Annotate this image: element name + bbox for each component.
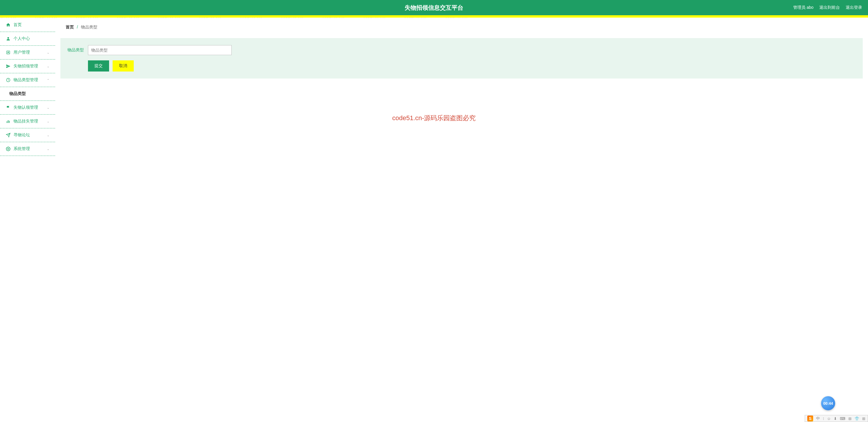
chart-icon [6,119,10,124]
chevron-up-icon: ⌃ [47,78,49,82]
ime-emoji-icon[interactable]: ☺ [827,416,831,421]
paper-plane-icon [6,64,10,69]
header-actions: 管理员 abo 退出到前台 退出登录 [793,5,862,10]
chevron-down-icon: ⌄ [47,65,49,68]
sidebar-item-label: 物品类型管理 [13,77,38,83]
breadcrumb: 首页 / 物品类型 [60,20,863,35]
sidebar-item-label: 物品挂失管理 [13,119,38,124]
field-label-item-type: 物品类型 [67,47,84,53]
sidebar-item-lost-found[interactable]: 失物招领管理 ⌄ [0,60,55,73]
ime-lang-toggle[interactable]: 中 [816,416,820,421]
home-icon [6,23,10,27]
svg-rect-6 [9,121,10,123]
chevron-down-icon: ⌄ [47,134,49,137]
chevron-down-icon: ⌄ [47,148,49,151]
sidebar-item-label: 个人中心 [13,36,30,41]
sidebar-item-lost-report[interactable]: 物品挂失管理 ⌄ [0,115,55,128]
chevron-down-icon: ⌄ [47,51,49,54]
ime-grid-icon[interactable]: ⊞ [848,416,851,421]
flag-icon [6,105,10,110]
form-row-item-type: 物品类型 [67,45,856,55]
cancel-button[interactable]: 取消 [113,60,134,71]
sidebar-item-user-manage[interactable]: 用户管理 ⌄ [0,46,55,60]
svg-point-7 [8,148,9,150]
sidebar-item-home[interactable]: 首页 [0,18,55,32]
form-buttons: 提交 取消 [88,60,856,71]
svg-rect-4 [7,121,7,123]
user-manage-icon [6,50,10,55]
sidebar-item-label: 寻物论坛 [13,132,30,138]
sidebar-item-system[interactable]: 系统管理 ⌄ [0,142,55,156]
breadcrumb-home[interactable]: 首页 [66,25,74,29]
exit-to-front-link[interactable]: 退出到前台 [819,5,840,10]
user-icon [6,36,10,41]
sidebar-item-profile[interactable]: 个人中心 [0,32,55,46]
ime-keyboard-icon[interactable]: ⌨ [840,416,845,421]
app-title: 失物招领信息交互平台 [405,4,463,12]
admin-label[interactable]: 管理员 abo [793,5,813,10]
sidebar-item-item-type[interactable]: 物品类型管理 ⌃ [0,73,55,87]
ime-toolbar[interactable]: S 中 ⁝ ☺ ⬇ ⌨ ⊞ 👕 ⊞ [805,415,868,422]
chevron-down-icon: ⌄ [47,106,49,109]
sidebar-item-label: 系统管理 [13,146,30,152]
send-icon [6,133,10,137]
yellow-separator [0,15,868,18]
clock-icon [6,78,10,83]
gear-icon [6,147,10,151]
main-content: 首页 / 物品类型 物品类型 提交 取消 [55,18,868,422]
svg-point-2 [8,52,9,53]
submit-button[interactable]: 提交 [88,60,109,71]
ime-download-icon[interactable]: ⬇ [834,416,837,421]
breadcrumb-current: 物品类型 [81,25,97,29]
sidebar-item-label: 用户管理 [13,50,30,55]
form-panel: 物品类型 提交 取消 [60,38,863,78]
sidebar-item-label: 失物认领管理 [13,105,38,110]
svg-rect-5 [8,120,8,123]
sidebar-item-forum[interactable]: 寻物论坛 ⌄ [0,128,55,142]
logout-link[interactable]: 退出登录 [846,5,862,10]
sidebar: 首页 个人中心 用户管理 ⌄ 失物招领管理 ⌄ 物品类型管理 ⌃ 物品类型 [0,18,55,422]
breadcrumb-separator: / [77,25,78,29]
app-header: 失物招领信息交互平台 管理员 abo 退出到前台 退出登录 [0,0,868,15]
ime-logo-icon[interactable]: S [807,416,813,421]
sidebar-subitem-item-type[interactable]: 物品类型 [0,87,55,101]
ime-toolbox-icon[interactable]: ⊞ [862,416,865,421]
sidebar-item-claim[interactable]: 失物认领管理 ⌄ [0,101,55,115]
svg-point-0 [7,37,9,39]
floating-timer-badge[interactable]: 00:44 [821,396,835,410]
item-type-input[interactable] [88,45,232,55]
ime-menu-icon[interactable]: ⁝ [823,416,824,421]
sidebar-item-label: 首页 [13,22,22,28]
ime-skin-icon[interactable]: 👕 [855,416,859,421]
chevron-down-icon: ⌄ [47,120,49,123]
sidebar-item-label: 失物招领管理 [13,64,38,69]
